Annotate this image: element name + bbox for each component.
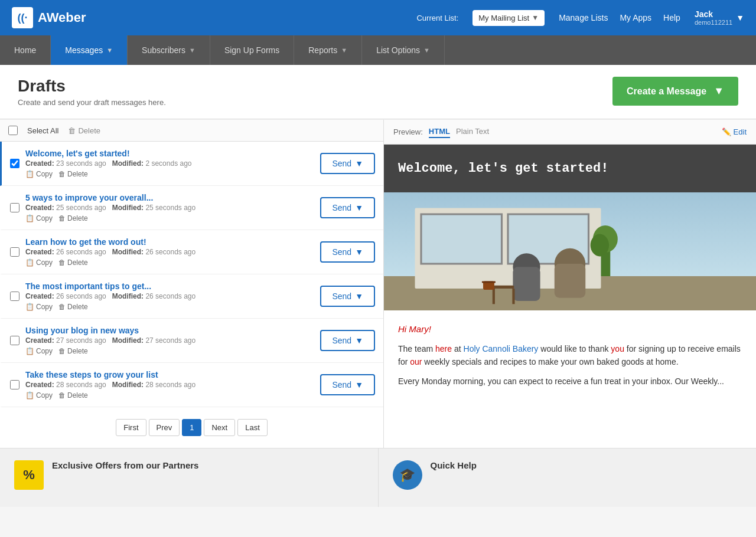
send-caret-icon-6: ▼ (355, 380, 363, 389)
draft-title-3[interactable]: Learn how to get the word out! (25, 237, 314, 247)
send-caret-icon-1: ▼ (355, 159, 363, 168)
pagination: First Prev 1 Next Last (0, 407, 383, 448)
toolbar-delete-button[interactable]: 🗑 Delete (68, 126, 100, 135)
svg-rect-13 (512, 289, 514, 304)
partners-icon: % (14, 460, 44, 490)
delete-link-4[interactable]: 🗑 Delete (58, 303, 88, 311)
nav-list-options-caret-icon: ▼ (423, 47, 430, 54)
preview-tab-plain[interactable]: Plain Text (456, 126, 489, 138)
svg-rect-18 (482, 281, 496, 283)
page-title: Drafts (18, 77, 166, 96)
nav-home[interactable]: Home (0, 35, 51, 65)
copy-link-1[interactable]: 📋 Copy (25, 170, 53, 178)
delete-icon-5: 🗑 (58, 347, 66, 355)
draft-meta-1: Created: 23 seconds ago Modified: 2 seco… (25, 159, 314, 168)
send-label-6: Send (332, 380, 351, 389)
manage-lists-link[interactable]: Manage Lists (559, 13, 608, 22)
user-area[interactable]: Jack demo112211 ▼ (695, 9, 744, 26)
delete-icon-3: 🗑 (58, 258, 66, 267)
delete-link-3[interactable]: 🗑 Delete (58, 258, 88, 267)
draft-checkbox-6[interactable] (10, 380, 19, 389)
draft-actions-6: 📋 Copy 🗑 Delete (25, 391, 314, 400)
draft-actions-3: 📋 Copy 🗑 Delete (25, 258, 314, 267)
nav-list-options[interactable]: List Options ▼ (362, 35, 445, 65)
copy-icon-4: 📋 (25, 303, 34, 311)
copy-link-2[interactable]: 📋 Copy (25, 214, 53, 222)
select-all-checkbox[interactable] (8, 126, 18, 135)
preview-tabs: HTML Plain Text (429, 126, 489, 138)
email-body-p1: The team here at Holy Cannoli Bakery wou… (398, 342, 742, 369)
delete-link-2[interactable]: 🗑 Delete (58, 214, 88, 222)
send-caret-icon-3: ▼ (355, 247, 363, 257)
copy-link-6[interactable]: 📋 Copy (25, 391, 53, 400)
edit-pencil-icon: ✏️ (722, 127, 731, 136)
page-subtitle: Create and send your draft messages here… (18, 98, 166, 107)
copy-link-4[interactable]: 📋 Copy (25, 303, 53, 311)
edit-label: Edit (734, 127, 747, 136)
draft-checkbox-2[interactable] (10, 203, 19, 212)
pagination-prev[interactable]: Prev (149, 419, 180, 436)
send-button-1[interactable]: Send ▼ (320, 153, 375, 174)
edit-link[interactable]: ✏️ Edit (722, 127, 747, 136)
copy-icon-3: 📋 (25, 258, 34, 267)
preview-tab-html[interactable]: HTML (429, 126, 450, 138)
page-footer: % Exclusive Offers from our Partners 🎓 Q… (0, 448, 756, 507)
draft-title-1[interactable]: Welcome, let's get started! (25, 149, 314, 158)
svg-point-16 (591, 234, 610, 257)
logo-area: ((· AWeber (12, 7, 86, 28)
help-link[interactable]: Help (663, 13, 680, 22)
draft-meta-5: Created: 27 seconds ago Modified: 27 sec… (25, 336, 314, 345)
draft-title-4[interactable]: The most important tips to get... (25, 281, 314, 291)
send-button-3[interactable]: Send ▼ (320, 241, 375, 263)
draft-checkbox-5[interactable] (10, 336, 19, 345)
my-apps-link[interactable]: My Apps (620, 13, 651, 22)
aweber-logo-icon: ((· (12, 7, 33, 28)
list-selector[interactable]: My Mailing List ▼ (472, 10, 545, 26)
delete-link-1[interactable]: 🗑 Delete (58, 170, 88, 178)
draft-title-6[interactable]: Take these steps to grow your list (25, 370, 314, 379)
copy-icon-1: 📋 (25, 170, 34, 178)
draft-meta-3: Created: 26 seconds ago Modified: 26 sec… (25, 248, 314, 256)
preview-header: Preview: HTML Plain Text ✏️ Edit (384, 120, 756, 145)
draft-title-5[interactable]: Using your blog in new ways (25, 326, 314, 335)
user-sub: demo112211 (695, 19, 732, 26)
top-bar: ((· AWeber Current List: My Mailing List… (0, 0, 756, 35)
draft-checkbox-3[interactable] (10, 247, 19, 257)
pagination-last[interactable]: Last (237, 419, 268, 436)
copy-link-3[interactable]: 📋 Copy (25, 258, 53, 267)
draft-item-content: The most important tips to get... Create… (25, 281, 314, 311)
selected-list-name: My Mailing List (478, 14, 529, 22)
nav-signup-forms[interactable]: Sign Up Forms (210, 35, 294, 65)
list-selector-arrow-icon: ▼ (532, 14, 539, 22)
email-body-p2: Every Monday morning, you can expect to … (398, 375, 742, 388)
send-label-1: Send (332, 159, 351, 168)
current-list-label: Current List: (416, 14, 458, 22)
nav-subscribers[interactable]: Subscribers ▼ (128, 35, 210, 65)
pagination-next[interactable]: Next (204, 419, 235, 436)
pagination-first[interactable]: First (116, 419, 146, 436)
copy-icon-2: 📋 (25, 214, 34, 222)
copy-link-5[interactable]: 📋 Copy (25, 347, 53, 355)
draft-checkbox-4[interactable] (10, 292, 19, 301)
send-button-2[interactable]: Send ▼ (320, 197, 375, 218)
select-all-label[interactable]: Select All (27, 126, 58, 135)
draft-checkbox-1[interactable] (10, 159, 19, 168)
draft-item: Learn how to get the word out! Created: … (0, 230, 383, 274)
page-header: Drafts Create and send your draft messag… (0, 65, 756, 119)
send-button-6[interactable]: Send ▼ (320, 374, 375, 395)
nav-reports[interactable]: Reports ▼ (294, 35, 362, 65)
create-message-caret-icon: ▼ (713, 85, 724, 97)
send-button-5[interactable]: Send ▼ (320, 330, 375, 351)
content-area: Select All 🗑 Delete Welcome, let's get s… (0, 119, 756, 448)
pagination-current[interactable]: 1 (182, 419, 201, 436)
nav-signup-forms-label: Sign Up Forms (224, 45, 279, 55)
drafts-panel: Select All 🗑 Delete Welcome, let's get s… (0, 120, 384, 448)
nav-messages[interactable]: Messages ▼ (51, 35, 128, 65)
delete-link-6[interactable]: 🗑 Delete (58, 391, 88, 400)
top-nav-links: Manage Lists My Apps Help (559, 13, 680, 22)
draft-title-2[interactable]: 5 ways to improve your overall... (25, 193, 314, 202)
send-button-4[interactable]: Send ▼ (320, 286, 375, 307)
create-message-button[interactable]: Create a Message ▼ (612, 77, 738, 106)
draft-item: Using your blog in new ways Created: 27 … (0, 319, 383, 363)
delete-link-5[interactable]: 🗑 Delete (58, 347, 88, 355)
